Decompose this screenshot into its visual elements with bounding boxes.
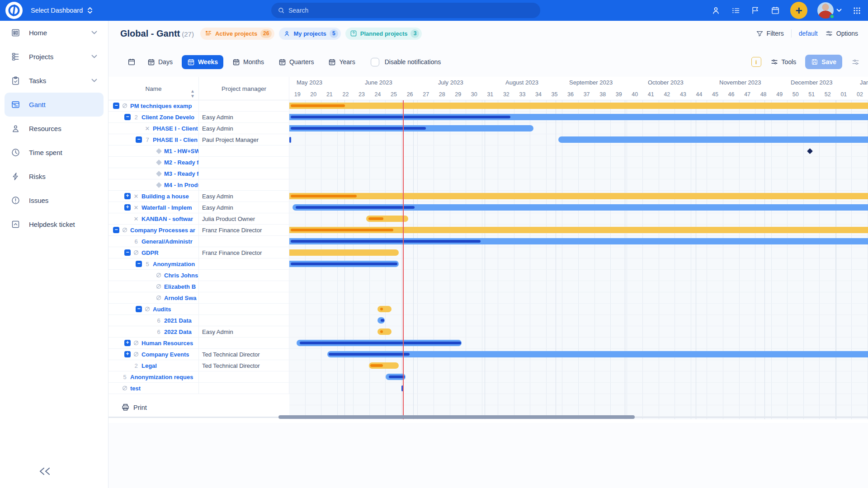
apps-grid-icon[interactable] <box>852 5 862 15</box>
row-name-link[interactable]: Company Events <box>142 351 189 358</box>
task-bar[interactable] <box>558 136 868 143</box>
row-name-link[interactable]: Anonymization <box>153 261 195 267</box>
project-bar[interactable] <box>369 362 399 369</box>
save-button[interactable]: Save <box>805 55 842 69</box>
user-icon[interactable] <box>711 5 721 15</box>
badge-active-projects[interactable]: Active projects 26 <box>200 28 275 40</box>
task-bar[interactable] <box>289 125 533 131</box>
task-bar-clipped[interactable] <box>289 137 291 143</box>
row-name-link[interactable]: Chris Johns <box>164 272 198 279</box>
collapse-button[interactable]: − <box>113 103 119 109</box>
project-bar[interactable] <box>366 216 408 222</box>
sidebar-item-risks[interactable]: Risks <box>5 164 104 188</box>
chevron-down-icon[interactable] <box>91 55 97 59</box>
collapse-button[interactable]: − <box>113 227 119 233</box>
column-header-name[interactable]: Name ▲▼ <box>108 77 199 100</box>
row-name-link[interactable]: M2 - Ready for Pilot <box>164 159 198 166</box>
collapse-button[interactable]: − <box>136 261 142 267</box>
task-bar[interactable] <box>289 238 868 244</box>
chevron-down-icon[interactable] <box>91 79 97 83</box>
collapse-button[interactable]: − <box>124 249 131 256</box>
checklist-icon[interactable] <box>731 5 741 15</box>
dashboard-selector[interactable]: Select Dashboard <box>31 0 93 21</box>
scale-months[interactable]: Months <box>227 55 269 69</box>
collapse-button[interactable]: − <box>124 114 131 120</box>
task-bar[interactable] <box>327 351 868 357</box>
flag-icon[interactable] <box>750 5 760 15</box>
task-bar[interactable] <box>289 261 399 267</box>
expand-button[interactable]: + <box>124 193 131 199</box>
sidebar-item-home[interactable]: Home <box>5 21 104 45</box>
filters-button[interactable]: Filters <box>756 30 784 38</box>
task-bar[interactable] <box>377 317 385 324</box>
sort-icon[interactable]: ▲▼ <box>190 89 195 99</box>
calendar-icon[interactable] <box>770 5 780 15</box>
options-button[interactable]: Options <box>825 29 858 38</box>
row-name-link[interactable]: M4 - In Production <box>164 182 198 188</box>
sidebar-item-resources[interactable]: Resources <box>5 117 104 141</box>
row-name-link[interactable]: KANBAN - softwar <box>142 216 193 222</box>
create-new-button[interactable]: + <box>790 2 807 19</box>
badge-my-projects[interactable]: My projects 5 <box>279 28 340 40</box>
project-bar[interactable] <box>289 249 399 256</box>
sidebar-item-tasks[interactable]: Tasks <box>5 69 104 93</box>
chevron-down-icon[interactable] <box>91 31 97 35</box>
row-name-link[interactable]: Waterfall - Implem <box>142 204 192 211</box>
row-name-link[interactable]: Elizabeth B <box>164 283 196 290</box>
row-name-link[interactable]: PHASE II - Clien <box>153 136 198 143</box>
row-name-link[interactable]: test <box>130 385 141 392</box>
scale-weeks[interactable]: Weeks <box>182 55 223 69</box>
tools-button[interactable]: Tools <box>770 58 797 66</box>
row-name-link[interactable]: Company Processes ar <box>130 227 195 234</box>
calendar-picker-button[interactable] <box>125 55 138 69</box>
scale-years[interactable]: Years <box>323 55 360 69</box>
row-name-link[interactable]: 2021 Data <box>164 317 192 324</box>
project-bar[interactable] <box>377 306 392 312</box>
scale-quarters[interactable]: Quarters <box>273 55 319 69</box>
task-bar[interactable] <box>297 340 462 346</box>
row-name-link[interactable]: Arnold Swa <box>164 295 197 301</box>
row-name-link[interactable]: Legal <box>142 362 157 369</box>
column-header-manager[interactable]: Project manager <box>199 77 289 100</box>
user-menu[interactable] <box>817 2 842 19</box>
horizontal-scrollbar[interactable] <box>278 415 635 419</box>
expand-button[interactable]: + <box>124 351 131 357</box>
expand-button[interactable]: + <box>124 340 131 346</box>
info-icon[interactable]: i <box>751 57 761 67</box>
row-name-link[interactable]: M3 - Ready for Production <box>164 170 198 177</box>
default-view-link[interactable]: default <box>799 30 818 37</box>
row-name-link[interactable]: 2022 Data <box>164 328 192 335</box>
row-name-link[interactable]: GDPR <box>142 249 159 256</box>
avatar[interactable] <box>817 2 834 19</box>
project-bar[interactable] <box>289 193 868 199</box>
app-logo[interactable] <box>5 2 23 19</box>
project-bar[interactable] <box>377 328 392 335</box>
task-bar[interactable] <box>292 204 868 211</box>
project-bar[interactable] <box>289 227 868 233</box>
row-name-link[interactable]: Anonymization reques <box>130 374 193 380</box>
sidebar-item-issues[interactable]: Issues <box>5 188 104 212</box>
row-name-link[interactable]: PM techniques examp <box>130 103 192 109</box>
row-name-link[interactable]: Audits <box>153 306 171 313</box>
badge-planned-projects[interactable]: Planned projects 3 <box>345 28 422 40</box>
project-bar[interactable] <box>289 103 868 109</box>
row-name-link[interactable]: Human Resources <box>142 340 193 347</box>
expand-button[interactable]: + <box>124 204 131 211</box>
sidebar-item-time-spent[interactable]: Time spent <box>5 141 104 164</box>
search-input[interactable]: Search <box>271 3 540 18</box>
sidebar-item-helpdesk-ticket[interactable]: Helpdesk ticket <box>5 212 104 236</box>
print-button[interactable]: Print <box>121 403 147 412</box>
row-name-link[interactable]: PHASE I - Client <box>153 125 198 132</box>
sidebar-collapse-icon[interactable] <box>38 466 52 476</box>
settings-sliders-icon[interactable] <box>851 58 860 66</box>
disable-notifications-checkbox[interactable] <box>371 58 379 66</box>
row-name-link[interactable]: Client Zone Develo <box>142 114 194 121</box>
collapse-button[interactable]: − <box>136 306 142 312</box>
row-name-link[interactable]: M1 - HW+SW installed <box>164 148 198 155</box>
sidebar-item-gantt[interactable]: Gantt <box>5 93 104 117</box>
milestone-diamond[interactable] <box>807 148 813 154</box>
collapse-button[interactable]: − <box>136 136 142 143</box>
scale-days[interactable]: Days <box>142 55 178 69</box>
sidebar-item-projects[interactable]: Projects <box>5 45 104 69</box>
row-name-link[interactable]: General/Administr <box>142 238 193 245</box>
